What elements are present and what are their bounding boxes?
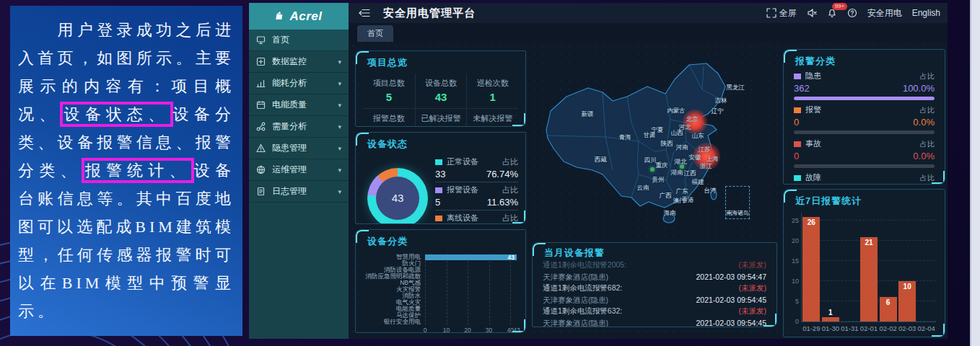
acrel-logo-icon xyxy=(275,11,286,22)
panel-device-status: 设备状态 43 正常设备占比3376.74%报警设备占比511.63%离线设备占… xyxy=(355,132,526,224)
sidebar-item-6[interactable]: 运维管理▾ xyxy=(249,159,349,181)
sidebar-item-3[interactable]: 电能质量▾ xyxy=(249,94,349,116)
device-class-track xyxy=(425,286,517,293)
device-class-label: 银行安全用电 xyxy=(359,318,425,327)
province-label: 山东 xyxy=(692,132,704,141)
chevron-down-icon: ▾ xyxy=(338,167,341,174)
sidebar-item-7[interactable]: 日志管理▾ xyxy=(249,181,349,203)
sidebar-item-4[interactable]: 需量分析▾ xyxy=(249,116,349,138)
alarm-row: 天津赛象酒店(隐患)2021-02-03 09:54:47通道1剩余电流报警68… xyxy=(543,272,766,293)
stat-label: 设备总数 xyxy=(417,78,465,89)
device-class-track xyxy=(425,319,517,325)
axis-gridline xyxy=(425,254,426,325)
chart-bar xyxy=(802,217,820,321)
language-label: English xyxy=(912,8,940,18)
chevron-down-icon: ▾ xyxy=(338,188,341,195)
alarm-row: 天津赛象酒店(隐患)2021-02-03 09:54:45通道1剩余电流报警18… xyxy=(543,319,766,327)
device-status-legend-row: 报警设备占比511.63% xyxy=(435,185,518,210)
chevron-down-icon: ▾ xyxy=(338,123,341,130)
legend-color-chip xyxy=(794,107,801,113)
panel-project-overview: 项目总览 项目总数5设备总数43巡检次数1报警总数362已解决报警21未解决报警… xyxy=(355,50,526,127)
tab-strip: 首页 xyxy=(349,23,948,42)
chevron-down-icon: ▾ xyxy=(338,102,341,109)
legend-color-chip xyxy=(435,159,442,165)
y-axis-tick: 5 xyxy=(795,298,799,305)
chevron-down-icon: ▾ xyxy=(338,58,341,66)
alarm-time: 2021-02-03 09:54:47 xyxy=(696,272,767,283)
chart-bar xyxy=(822,317,839,321)
axis-tick: 0 xyxy=(424,327,427,333)
bar-value-label: 21 xyxy=(859,239,879,247)
province-label: 云南 xyxy=(637,184,649,192)
collapse-menu-icon[interactable] xyxy=(359,9,370,17)
alarm-row-partial: 通道1剩余电流报警2005:(未派发) xyxy=(543,260,766,270)
axis-gridline xyxy=(489,254,490,325)
china-map: 南海诸岛 黑龙江吉林辽宁内蒙古新疆北京河北山西山东宁夏甘肃青海陕西河南江苏西藏四… xyxy=(532,45,778,238)
alarm-class-label: 报警 xyxy=(805,105,821,115)
acrel-logo-text: Acrel xyxy=(289,9,322,24)
legend-label: 离线设备 xyxy=(447,213,478,223)
sidebar-item-5[interactable]: 隐患管理▾ xyxy=(249,138,349,159)
alarm-site: 天津赛象酒店(隐患) xyxy=(543,296,608,306)
panel-title: 当月设备报警 xyxy=(533,243,776,260)
province-label: 广东 xyxy=(676,187,688,196)
sidebar-item-2[interactable]: 能耗分析▾ xyxy=(249,73,349,94)
tab-home[interactable]: 首页 xyxy=(357,25,393,42)
ratio-label: 占比 xyxy=(920,105,935,115)
stat-value: 5 xyxy=(364,91,414,103)
language-switch[interactable]: English xyxy=(912,8,940,18)
panel-title: 项目总览 xyxy=(356,51,525,72)
legend-percent: 76.74% xyxy=(486,169,518,179)
alarm-class-count: 0 xyxy=(794,151,799,161)
legend-color-chip xyxy=(435,187,442,193)
header-actions: 全屏 99+ xyxy=(766,7,940,19)
user-label: 安全用电 xyxy=(867,7,902,19)
device-class-track xyxy=(425,306,517,312)
province-label: 青海 xyxy=(619,133,631,142)
notification-badge: 99+ xyxy=(832,3,848,10)
legend-count: 5 xyxy=(435,197,440,208)
chart-bar-slot: 2601-29 xyxy=(801,213,821,321)
sidebar-item-label: 需量分析 xyxy=(272,120,331,133)
hazard-management-icon xyxy=(256,143,266,153)
device-class-bar[interactable]: 43 xyxy=(425,254,517,260)
province-label: 香港 xyxy=(682,196,694,205)
device-status-body: 43 正常设备占比3376.74%报警设备占比511.63%离线设备占比511.… xyxy=(356,154,525,224)
stat-value: 362 xyxy=(364,126,414,127)
device-class-track xyxy=(425,293,517,299)
notifications-button[interactable]: 99+ xyxy=(827,8,837,18)
province-label: 台湾 xyxy=(704,187,717,195)
chart-bar-slot: 602-02 xyxy=(878,213,898,321)
help-button[interactable] xyxy=(847,8,857,18)
dashboard-screenshot: Acrel 首页数据监控▾能耗分析▾电能质量▾需量分析▾隐患管理▾运维管理▾日志… xyxy=(249,3,948,339)
alarm-status: (未派发) xyxy=(739,306,767,316)
top-header: 安全用电管理平台 全屏 99+ xyxy=(349,3,948,23)
sidebar-item-home[interactable]: 首页 xyxy=(249,30,349,51)
alarm-class-list: 隐患占比362100.0%报警占比00.0%事故占比00.0%故障占比00.0% xyxy=(784,71,945,185)
alarm-class-label: 隐患 xyxy=(805,71,821,81)
chart-bar-slot: 02-04 xyxy=(916,213,937,321)
overview-stat: 未解决报警341 xyxy=(466,108,518,127)
province-label: 河南 xyxy=(676,143,688,152)
sidebar-item-1[interactable]: 数据监控▾ xyxy=(249,51,349,73)
project-marker xyxy=(650,167,655,172)
alarm-class-count: 362 xyxy=(794,83,810,94)
axis-gridline xyxy=(447,254,447,325)
overview-stats-grid: 项目总数5设备总数43巡检次数1报警总数362已解决报警21未解决报警341 xyxy=(363,74,518,127)
panel-title: 设备状态 xyxy=(356,133,525,154)
fullscreen-button[interactable]: 全屏 xyxy=(766,7,797,19)
user-menu[interactable]: 安全用电 xyxy=(867,7,902,19)
help-icon xyxy=(847,8,857,18)
device-class-track xyxy=(425,299,517,306)
chart-bar xyxy=(860,237,878,321)
province-label: 浙江 xyxy=(700,162,712,171)
legend-color-chip xyxy=(435,216,442,221)
month-alarm-list: 通道1剩余电流报警2005:(未派发)天津赛象酒店(隐患)2021-02-03 … xyxy=(533,260,776,327)
province-label: 甘肃 xyxy=(644,131,656,140)
chart-bar-slot: 01-31 xyxy=(839,213,859,321)
alarm-class-count: 0 xyxy=(794,117,799,128)
energy-analysis-icon xyxy=(256,79,266,88)
power-quality-icon xyxy=(256,100,266,110)
mute-button[interactable] xyxy=(807,8,817,18)
device-class-track xyxy=(425,273,517,280)
